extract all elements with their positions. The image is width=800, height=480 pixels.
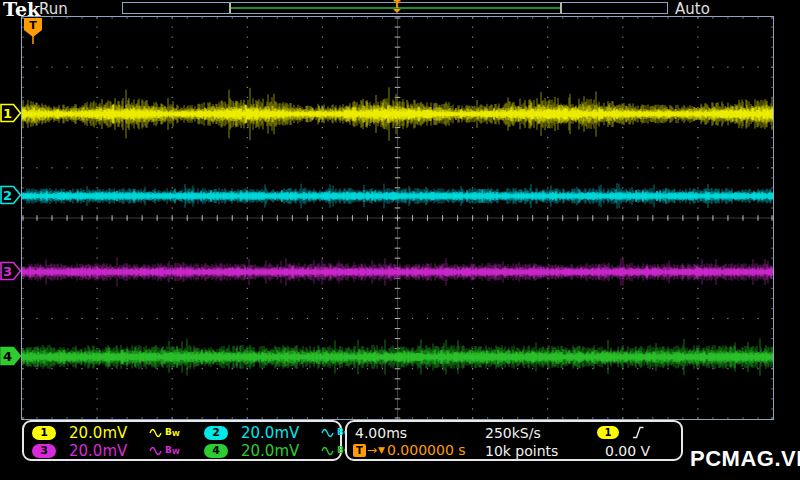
channel-marker-1: 1 [0, 103, 22, 123]
ch3-readout: 3 20.0mV BW [32, 443, 180, 459]
ch1-coupling-icons: BW [149, 428, 180, 438]
svg-text:3: 3 [3, 264, 12, 279]
trigger-arrow-icon: → [367, 443, 377, 457]
channel-marker-3: 3 [0, 261, 22, 281]
oscilloscope-screen: Tek Run Auto T T 1 2 3 [0, 0, 800, 480]
rising-edge-icon [631, 425, 646, 440]
trigger-t-glyph: T [29, 19, 37, 32]
svg-text:2: 2 [3, 188, 12, 203]
record-view-bar: T [122, 2, 668, 14]
waveforms [22, 17, 773, 419]
sample-rate: 250kS/s [485, 425, 541, 441]
ch2-readout: 2 20.0mV BW [204, 425, 352, 441]
ch4-readout: 4 20.0mV BW [204, 443, 352, 459]
trigger-source-badge: 1 [597, 426, 619, 439]
trigger-position-readout: T→▼0.000000 s [353, 442, 466, 458]
trigger-position-mini-arrow-icon [393, 9, 401, 13]
channel-marker-2: 2 [0, 185, 22, 205]
ac-coupling-icon [149, 428, 162, 438]
ac-coupling-icon [321, 446, 334, 456]
record-view-right-bracket [560, 3, 562, 13]
ac-coupling-icon [321, 428, 334, 438]
ch4-scale: 20.0mV [241, 442, 303, 460]
bandwidth-limit-icon: BW [165, 428, 180, 438]
horizontal-trigger-readout-box: 4.00ms 250kS/s 1 T→▼0.000000 s 10k point… [345, 420, 683, 461]
trigger-position-badge-icon: T [22, 17, 44, 45]
channel-position-markers: 1 2 3 4 [0, 0, 22, 480]
trigger-level: 0.00 V [605, 443, 650, 459]
ch3-badge: 3 [32, 444, 56, 458]
channel-readout-box: 1 20.0mV BW 2 20.0mV BW 3 20.0mV BW 4 [22, 420, 342, 461]
ac-coupling-icon [149, 446, 162, 456]
record-view-left-bracket [229, 3, 231, 13]
svg-text:1: 1 [3, 106, 12, 121]
ch1-scale: 20.0mV [69, 424, 131, 442]
ch1-readout: 1 20.0mV BW [32, 425, 180, 441]
ch4-badge: 4 [204, 444, 228, 458]
ch3-scale: 20.0mV [69, 442, 131, 460]
graticule: T [21, 16, 774, 420]
record-length: 10k points [485, 443, 558, 459]
ch2-scale: 20.0mV [241, 424, 303, 442]
horizontal-scale: 4.00ms [355, 425, 407, 441]
trigger-position-value: 0.000000 s [387, 442, 466, 458]
trigger-level-marker-icon: ▼ [378, 445, 385, 455]
channel-marker-4: 4 [0, 346, 22, 366]
ch3-coupling-icons: BW [149, 446, 180, 456]
ch2-badge: 2 [204, 426, 228, 440]
ch1-badge: 1 [32, 426, 56, 440]
watermark: PCMAG.VN [690, 446, 800, 472]
trigger-t-icon: T [353, 444, 366, 457]
svg-text:4: 4 [3, 349, 12, 364]
bandwidth-limit-icon: BW [165, 446, 180, 456]
